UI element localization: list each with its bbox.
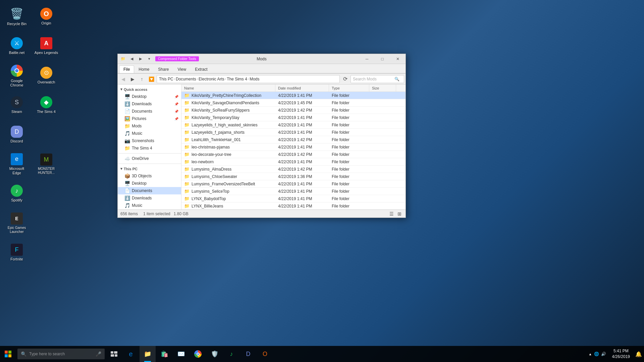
table-row[interactable]: 📁 KikoVanity_TemporarySlay 4/22/2019 1:4…: [181, 114, 406, 121]
taskbar-store-icon[interactable]: 🛍️: [156, 346, 172, 362]
compressed-folder-badge: Compressed Folder Tools: [155, 56, 199, 61]
desktop-icon-steam[interactable]: S Steam: [3, 92, 30, 119]
desktop-icon-spotify[interactable]: ♪ Spotify: [3, 180, 30, 207]
this-pc-header[interactable]: ▾ This PC: [118, 165, 181, 172]
large-icons-view-button[interactable]: ⊞: [396, 210, 403, 217]
forward-button[interactable]: ▶: [128, 75, 137, 83]
table-row[interactable]: 📁 Lumysims_FrameOversizedTeeBelt 4/22/20…: [181, 180, 406, 188]
quick-access-header[interactable]: ▾ Quick access: [118, 86, 181, 93]
start-button[interactable]: [0, 346, 16, 362]
file-date: 4/22/2019 1:42 PM: [275, 137, 329, 142]
title-bar-down-arrow[interactable]: ▾: [145, 55, 153, 63]
file-name: leo-newborn: [192, 160, 214, 164]
tab-file[interactable]: File: [119, 65, 134, 73]
nav-item-desktop-quick[interactable]: 🖥️ Desktop 📌: [118, 93, 181, 100]
tab-share[interactable]: Share: [154, 65, 173, 73]
desktop-icon-overwatch[interactable]: ⊙ Overwatch: [33, 62, 60, 89]
table-row[interactable]: 📁 LYNX_BillieJeans 4/22/2019 1:41 PM Fil…: [181, 202, 406, 209]
desktop-icon-discord[interactable]: D Discord: [3, 121, 30, 148]
nav-item-desktop-pc[interactable]: 🖥️ Desktop: [118, 180, 181, 187]
nav-item-sims4-quick[interactable]: 📁 The Sims 4: [118, 144, 181, 152]
table-row[interactable]: 📁 KikoVanity_SavageDiamondPendants 4/22/…: [181, 99, 406, 107]
table-row[interactable]: 📁 Lumysims_AlmaDress 4/22/2019 1:42 PM F…: [181, 166, 406, 173]
desktop-icon-monster-hunter[interactable]: M MONSTER HUNTER...: [33, 151, 60, 178]
file-type: File folder: [329, 167, 369, 172]
table-row[interactable]: 📁 KikoVanity_PrettyChineTrimgCollection …: [181, 92, 406, 99]
taskbar-spotify-icon[interactable]: ♪: [223, 346, 239, 362]
nav-item-onedrive[interactable]: ☁️ OneDrive: [118, 155, 181, 162]
refresh-button[interactable]: ⟳: [341, 75, 349, 83]
address-bar: ◀ ▶ ↑ 🔽 This PC › Documents › Electronic…: [118, 74, 406, 84]
col-header-date[interactable]: Date modified: [275, 84, 329, 92]
desktop-icon-battlenet[interactable]: ⚔ Battle.net: [3, 33, 30, 60]
nav-item-screenshots[interactable]: 📷 Screenshots: [118, 137, 181, 144]
table-row[interactable]: 📁 Lumysims_ChloeSweater 4/22/2019 1:36 P…: [181, 173, 406, 180]
close-button[interactable]: ✕: [390, 54, 406, 64]
desktop-icon-chrome[interactable]: Google Chrome: [3, 62, 30, 89]
desktop-icon-apex[interactable]: A Apex Legends: [33, 33, 60, 60]
desktop-icon-recycle-bin[interactable]: 🗑️ Recycle Bin: [3, 3, 30, 30]
taskbar-mail-icon[interactable]: ✉️: [173, 346, 189, 362]
file-type: File folder: [329, 93, 369, 98]
nav-item-documents-quick[interactable]: 📄 Documents 📌: [118, 108, 181, 115]
taskbar-origin-icon[interactable]: O: [257, 346, 273, 362]
search-input[interactable]: [353, 77, 393, 81]
nav-item-3d-objects[interactable]: 📦 3D Objects: [118, 172, 181, 180]
table-row[interactable]: 📁 leo-christmas-pjamas 4/22/2019 1:41 PM…: [181, 143, 406, 151]
taskbar-discord-icon[interactable]: D: [240, 346, 256, 362]
file-name: KikoVanity_SoRealFurrySlippers: [192, 108, 250, 113]
nav-item-mods[interactable]: 📁 Mods: [118, 122, 181, 130]
taskbar-system-tray[interactable]: ▲ 🌐 🔊: [586, 346, 609, 362]
table-row[interactable]: 📁 Lazyeyelids_f_high_wasted_skinnies 4/2…: [181, 121, 406, 129]
taskbar-chrome-icon[interactable]: [190, 346, 206, 362]
notification-button[interactable]: 🔔: [633, 346, 644, 362]
col-header-name[interactable]: Name: [181, 84, 275, 92]
table-row[interactable]: 📁 Lumysims_SeliceTop 4/22/2019 1:41 PM F…: [181, 188, 406, 195]
title-bar-left-arrow[interactable]: ◀: [128, 55, 136, 63]
title-bar-right-arrow[interactable]: ▶: [137, 55, 145, 63]
table-row[interactable]: 📁 leo-decorate-your-tree 4/22/2019 1:42 …: [181, 151, 406, 158]
details-view-button[interactable]: ☰: [388, 210, 395, 217]
table-row[interactable]: 📁 Lazyeyelids_f_pajama_shorts 4/22/2019 …: [181, 129, 406, 136]
taskbar-task-view[interactable]: [106, 346, 122, 362]
taskbar-clock[interactable]: 5:41 PM 4/26/2019: [609, 346, 633, 362]
file-date: 4/22/2019 1:45 PM: [275, 101, 329, 105]
address-path[interactable]: This PC › Documents › Electronic Arts › …: [157, 75, 340, 83]
col-header-size[interactable]: Size: [369, 84, 396, 92]
table-row[interactable]: 📁 KikoVanity_SoRealFurrySlippers 4/22/20…: [181, 107, 406, 114]
up-button[interactable]: ↑: [138, 75, 146, 83]
desktop-icon-sims4[interactable]: ◆ The Sims 4: [33, 92, 60, 119]
recent-locations-button[interactable]: 🔽: [147, 75, 155, 83]
desktop-icon-origin[interactable]: O Origin: [33, 3, 60, 30]
nav-item-music[interactable]: 🎵 Music: [118, 130, 181, 137]
nav-item-downloads-quick[interactable]: ⬇️ Downloads 📌: [118, 100, 181, 108]
nav-item-mods-label: Mods: [132, 124, 142, 128]
this-pc-expand-icon: ▾: [120, 167, 122, 171]
col-header-type[interactable]: Type: [329, 84, 369, 92]
minimize-button[interactable]: ─: [359, 54, 375, 64]
taskbar-defender-icon[interactable]: 🛡️: [207, 346, 223, 362]
taskbar-file-explorer-icon[interactable]: 📁: [140, 346, 156, 362]
taskbar-edge-icon[interactable]: e: [123, 346, 139, 362]
desktop-icon-edge[interactable]: e Microsoft Edge: [3, 151, 30, 178]
table-row[interactable]: 📁 LeahLilith_TwinkleHair_001 4/22/2019 1…: [181, 136, 406, 143]
tab-home[interactable]: Home: [134, 65, 154, 73]
status-item-count: 656 items: [120, 212, 138, 216]
file-date: 4/22/2019 1:41 PM: [275, 189, 329, 194]
maximize-button[interactable]: □: [375, 54, 390, 64]
table-row[interactable]: 📁 leo-newborn 4/22/2019 1:41 PM File fol…: [181, 158, 406, 166]
nav-item-documents-pc[interactable]: 📄 Documents: [118, 187, 181, 194]
nav-item-pictures-quick[interactable]: 🖼️ Pictures 📌: [118, 115, 181, 122]
tab-extract[interactable]: Extract: [191, 65, 212, 73]
desktop-icon-epic-games[interactable]: E Epic Games Launcher: [3, 210, 30, 237]
nav-item-music-pc[interactable]: 🎵 Music: [118, 202, 181, 209]
back-button[interactable]: ◀: [119, 75, 127, 83]
desktop-icon-fortnite[interactable]: F Fortnite: [3, 239, 30, 266]
taskbar-search-box[interactable]: 🔍 🎤: [17, 349, 105, 359]
tab-view[interactable]: View: [173, 65, 191, 73]
taskbar-search-input[interactable]: [29, 352, 90, 356]
file-explorer-window: 📁 ◀ ▶ ▾ Compressed Folder Tools Mods ─ □…: [117, 54, 406, 218]
table-row[interactable]: 📁 LYNX_BabydollTop 4/22/2019 1:41 PM Fil…: [181, 195, 406, 202]
chrome-icon: [11, 65, 23, 77]
nav-item-downloads-pc[interactable]: ⬇️ Downloads: [118, 194, 181, 202]
